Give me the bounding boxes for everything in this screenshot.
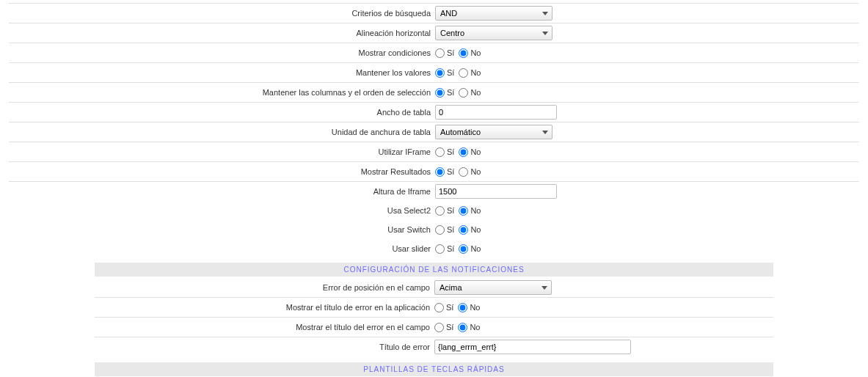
label-horiz-align: Alineación horizontal — [9, 29, 435, 37]
radio-use-switch-yes[interactable] — [435, 225, 445, 235]
radio-keep-values-no[interactable] — [459, 68, 468, 78]
radio-keep-cols-no[interactable] — [459, 88, 468, 98]
select-table-width-unit[interactable]: Automático — [435, 125, 552, 139]
radio-use-switch-no[interactable] — [459, 225, 468, 235]
radio-show-conditions-yes[interactable] — [435, 48, 445, 58]
radio-show-err-app: Sí No — [434, 303, 773, 312]
radio-show-conditions-no[interactable] — [459, 48, 468, 58]
input-iframe-height[interactable] — [435, 184, 557, 199]
radio-use-slider-yes[interactable] — [435, 244, 445, 254]
radio-use-switch: Sí No — [435, 225, 859, 235]
select-horiz-align[interactable]: Centro — [435, 26, 552, 40]
label-keep-values: Mantener los valores — [9, 68, 435, 77]
label-show-results: Mostrar Resultados — [9, 167, 435, 176]
radio-use-select2-no[interactable] — [459, 206, 468, 216]
radio-show-err-field: Sí No — [434, 323, 773, 332]
radio-keep-values-yes[interactable] — [435, 68, 445, 78]
label-err-pos: Error de posición en el campo — [95, 283, 434, 292]
label-table-width: Ancho de tabla — [9, 108, 435, 117]
label-use-select2: Usa Select2 — [9, 206, 435, 215]
section-header-hotkeys: PLANTILLAS DE TECLAS RÁPIDAS — [95, 362, 773, 376]
label-use-switch: Usar Switch — [9, 225, 435, 234]
label-keep-cols: Mantener las columnas y el orden de sele… — [9, 88, 435, 97]
radio-use-slider: Sí No — [435, 244, 859, 254]
radio-show-err-field-yes[interactable] — [434, 323, 444, 332]
section-header-notifications: CONFIGURACIÓN DE LAS NOTIFICACIONES — [95, 263, 773, 277]
radio-show-results-yes[interactable] — [435, 167, 445, 177]
label-iframe-height: Altura de Iframe — [9, 187, 435, 196]
radio-show-results: Sí No — [435, 167, 859, 177]
select-search-criteria[interactable]: AND — [435, 6, 552, 21]
label-show-err-app: Mostrar el título de error en la aplicac… — [95, 303, 434, 312]
radio-show-conditions: Sí No — [435, 48, 859, 58]
radio-keep-cols-yes[interactable] — [435, 88, 445, 98]
radio-show-err-app-yes[interactable] — [434, 303, 444, 312]
radio-use-iframe-no[interactable] — [459, 147, 468, 157]
radio-show-err-field-no[interactable] — [458, 323, 467, 332]
radio-use-select2: Sí No — [435, 206, 859, 216]
radio-keep-values: Sí No — [435, 68, 859, 78]
radio-use-iframe-yes[interactable] — [435, 147, 445, 157]
input-table-width[interactable] — [435, 105, 557, 120]
label-table-width-unit: Unidad de anchura de tabla — [9, 128, 435, 136]
label-err-title: Título de error — [95, 343, 434, 351]
select-err-pos[interactable]: Acima — [434, 280, 552, 295]
input-err-title[interactable] — [434, 340, 631, 354]
label-use-slider: Usar slider — [9, 244, 435, 253]
radio-use-select2-yes[interactable] — [435, 206, 445, 216]
radio-keep-cols: Sí No — [435, 88, 859, 98]
label-show-err-field: Mostrar el título del error en el campo — [95, 323, 434, 332]
label-show-conditions: Mostrar condiciones — [9, 48, 435, 57]
radio-show-results-no[interactable] — [459, 167, 468, 177]
label-use-iframe: Utilizar IFrame — [9, 147, 435, 156]
radio-show-err-app-no[interactable] — [458, 303, 467, 312]
radio-use-iframe: Sí No — [435, 147, 859, 157]
radio-use-slider-no[interactable] — [459, 244, 468, 254]
label-search-criteria: Criterios de búsqueda — [9, 9, 435, 18]
